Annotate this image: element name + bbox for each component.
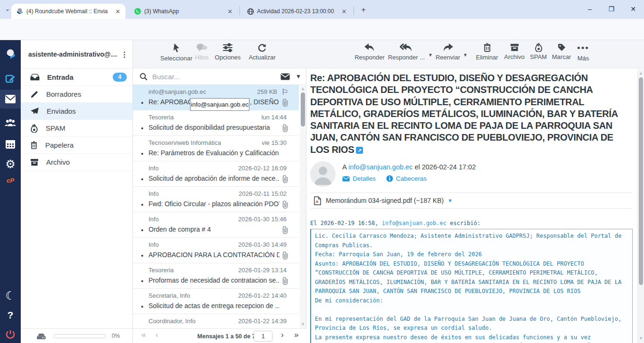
message-subject: Solicitud de aprobación de informe de ne…: [149, 175, 280, 182]
page-number-input[interactable]: [254, 331, 272, 342]
reply-all-label: Responder ...: [385, 54, 428, 61]
attachment-row[interactable]: A Memorándum 034-signed.pdf (~187 KB) ▼: [310, 192, 633, 209]
refresh-button[interactable]: Actualizar: [243, 43, 281, 61]
folder-spam[interactable]: SPAM: [21, 120, 132, 137]
unread-dot[interactable]: •: [141, 150, 143, 158]
browser-tab-roundcube[interactable]: (4) Roundcube Webmail :: Envia ✕: [11, 4, 125, 19]
threads-icon: [196, 43, 207, 52]
reply-all-icon: [400, 43, 413, 52]
scroll-down-icon[interactable]: ▼: [638, 336, 644, 341]
headers-info-icon: [386, 175, 393, 182]
message-row-5[interactable]: Info 2026-02-11 15:02 • Fwd: Oficio Circ…: [133, 187, 299, 212]
folder-papelera[interactable]: Papelera: [21, 137, 132, 154]
prev-page-button[interactable]: ‹: [156, 330, 158, 340]
more-button[interactable]: ••• Más: [571, 43, 595, 62]
first-page-button[interactable]: «: [141, 330, 146, 340]
unread-dot[interactable]: •: [141, 201, 143, 209]
tab-close-icon[interactable]: ✕: [226, 8, 234, 15]
message-row-3[interactable]: Tecnoserviweb Informática vie 15:30 • Re…: [133, 136, 299, 161]
reader-pane: Re: APROBACIÓN DEL ESTUDIO, DISEÑO Y DES…: [306, 68, 637, 343]
reply-all-button[interactable]: Responder ...: [385, 43, 428, 61]
forward-label: Reenviar: [430, 54, 466, 61]
message-sender: info@sanjuan.gob.ec: [149, 88, 206, 95]
list-scrollbar-thumb[interactable]: [301, 92, 305, 126]
reply-button[interactable]: Responder: [350, 43, 389, 61]
details-link[interactable]: Detalles: [353, 175, 376, 182]
logout-power-icon[interactable]: [0, 325, 21, 343]
attachment-paperclip-icon: [282, 200, 289, 209]
options-button[interactable]: Opciones: [211, 43, 244, 61]
folder-enviados[interactable]: Enviados: [21, 103, 132, 120]
search-scope-envelope-icon[interactable]: [281, 73, 290, 80]
new-tab-button[interactable]: +: [358, 5, 369, 15]
account-menu-icon[interactable]: ⋮: [121, 50, 128, 59]
headers-link[interactable]: Cabeceras: [396, 175, 427, 182]
tab-search-chevron-icon[interactable]: ⌄: [3, 5, 12, 15]
browser-tab-whatsapp[interactable]: (3) WhatsApp ✕: [129, 4, 238, 19]
unread-dot[interactable]: •: [141, 226, 143, 234]
help-icon[interactable]: ?: [0, 306, 21, 325]
tab-close-icon[interactable]: ✕: [114, 8, 122, 15]
forward-button-mail[interactable]: Reenviar: [430, 43, 466, 61]
trash-icon: [483, 43, 491, 52]
flag-icon[interactable]: ⚐: [281, 87, 289, 97]
message-subject-heading: Re: APROBACIÓN DEL ESTUDIO, DISEÑO Y DES…: [310, 72, 633, 156]
last-page-button[interactable]: »: [294, 330, 298, 340]
unread-dot[interactable]: •: [141, 124, 143, 132]
folder-archivo[interactable]: Archivo: [21, 154, 132, 171]
attachment-caret-icon[interactable]: ▼: [447, 198, 453, 203]
folder-borradores[interactable]: Borradores: [21, 86, 132, 103]
reply-label: Responder: [350, 54, 389, 61]
folder-label: Borradores: [46, 90, 81, 98]
message-sender: Info: [149, 216, 159, 223]
contacts-nav-icon[interactable]: [0, 113, 21, 132]
unread-dot[interactable]: •: [141, 251, 143, 259]
message-row-2[interactable]: Tesoreria lun 14:44 • Solicitud de dispo…: [133, 110, 299, 136]
window-close-button[interactable]: ✕: [622, 0, 644, 18]
pdf-file-icon: A: [314, 196, 321, 205]
window-minimize-button[interactable]: –: [579, 0, 601, 18]
unread-badge: 4: [113, 73, 127, 82]
forward-caret-icon[interactable]: ▼: [463, 52, 468, 58]
mail-nav-icon[interactable]: [0, 90, 21, 109]
message-row-4[interactable]: Info 2026-02-12 16:09 • Solicitud de apr…: [133, 161, 299, 187]
attachment-name[interactable]: Memorándum 034-signed.pdf (~187 KB): [326, 197, 444, 204]
calendar-nav-icon[interactable]: [0, 134, 21, 153]
message-date: 2026-02-11 15:02: [239, 190, 287, 197]
compose-icon[interactable]: [0, 69, 21, 88]
scroll-up-icon[interactable]: ▲: [300, 86, 306, 91]
to-email-link[interactable]: info@sanjuan.gob.ec: [348, 163, 413, 171]
message-row-6[interactable]: Info 2026-01-30 15:46 • Orden de compra …: [133, 212, 299, 238]
reader-scrollbar-thumb[interactable]: [639, 77, 643, 285]
reader-scrollbar[interactable]: ▲ ▼: [637, 69, 644, 343]
next-page-button[interactable]: ›: [281, 330, 284, 340]
unread-dot[interactable]: •: [141, 175, 143, 183]
message-subject: Orden de compra # 4: [149, 226, 280, 233]
tab-divider: [354, 7, 354, 15]
browser-tab-actividad[interactable]: Actividad 2026-02-23 13:00:00 ✕: [242, 4, 352, 19]
message-row-10[interactable]: Coordinador, Info 2026-01-22 14:39: [133, 314, 299, 328]
message-row-9[interactable]: Secretaria, Info 2026-01-22 14:40 • Soli…: [133, 289, 299, 314]
tab-title: (3) WhatsApp: [144, 8, 223, 15]
options-sliders-icon: [223, 43, 233, 52]
message-sender: Tesoreria: [149, 114, 173, 121]
scroll-down-icon[interactable]: ▼: [300, 322, 306, 326]
scroll-up-icon[interactable]: ▲: [638, 71, 644, 75]
cpanel-icon[interactable]: cP: [0, 173, 21, 187]
folder-entrada[interactable]: Entrada 4: [21, 69, 132, 86]
tab-close-icon[interactable]: ✕: [340, 8, 348, 15]
window-restore-button[interactable]: ❐: [601, 0, 622, 18]
unread-dot[interactable]: •: [141, 302, 143, 310]
search-scope-chevron-icon[interactable]: ▼: [296, 73, 301, 80]
message-row-8[interactable]: Tesoreria 2026-01-29 13:14 • Proformas d…: [133, 263, 299, 289]
unread-dot[interactable]: •: [141, 99, 143, 107]
search-input[interactable]: [152, 73, 281, 81]
dark-mode-moon-icon[interactable]: ☾: [0, 286, 21, 305]
list-scrollbar[interactable]: ▲ ▼: [300, 85, 306, 328]
account-header[interactable]: asistente-administrativo@sa... ⋮: [21, 40, 133, 69]
settings-nav-icon[interactable]: ⚙: [0, 155, 21, 174]
intro-email-link[interactable]: info@sanjuan.gob.ec: [382, 220, 446, 226]
unread-dot[interactable]: •: [141, 277, 143, 285]
message-row-7[interactable]: Info 2026-01-30 14:49 • APROBACION PARA …: [133, 238, 299, 263]
external-link-icon[interactable]: ↗: [356, 147, 363, 154]
